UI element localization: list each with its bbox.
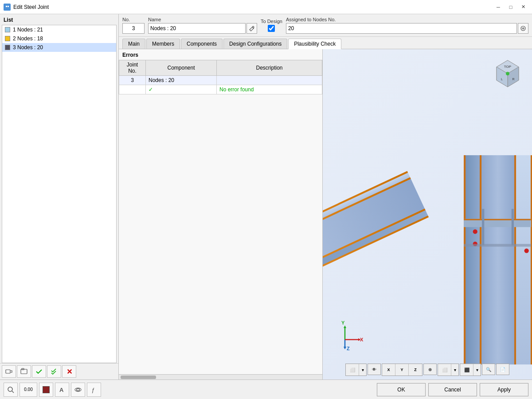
no-label: No. — [122, 17, 145, 22]
assigned-input-row — [286, 23, 528, 34]
view-dropdown-btn[interactable]: ▾ — [451, 364, 458, 376]
close-button[interactable]: ✕ — [518, 3, 528, 12]
cube-btn[interactable]: ⬛ — [460, 364, 473, 376]
delete-button[interactable]: ✕ — [62, 365, 76, 378]
dialog-main: List 1 Nodes : 21 2 Nodes : 18 3 Nodes :… — [0, 14, 532, 399]
cell-joint-no-1: 3 — [119, 76, 146, 85]
apply-button[interactable]: Apply — [480, 383, 528, 396]
x-axis-btn[interactable]: X — [382, 364, 395, 376]
cell-desc-1 — [217, 76, 322, 85]
list-item-label-1: 1 Nodes : 21 — [13, 27, 43, 33]
axis-group: X Y Z — [382, 364, 422, 376]
no-field-group: No. — [122, 17, 145, 34]
svg-rect-25 — [482, 209, 484, 245]
cube-dropdown-btn[interactable]: ▾ — [473, 364, 481, 376]
to-design-checkbox[interactable] — [268, 25, 275, 32]
list-item-label-3: 3 Nodes : 20 — [13, 44, 43, 51]
color-indicator-btn[interactable] — [39, 383, 53, 397]
render-btn[interactable]: ⬜ — [346, 364, 359, 376]
no-input[interactable] — [122, 23, 145, 34]
cell-desc-2: No error found — [217, 85, 322, 94]
cancel-button[interactable]: Cancel — [428, 383, 477, 396]
errors-data-table: Joint No. Component Description 3 Nodes … — [119, 60, 322, 94]
viewport[interactable]: Z Y X — [323, 49, 532, 379]
svg-rect-19 — [464, 155, 466, 364]
assigned-select-button[interactable] — [518, 23, 528, 34]
svg-point-29 — [524, 248, 529, 253]
svg-text:ƒ: ƒ — [91, 387, 94, 393]
tab-design-configurations[interactable]: Design Configurations — [223, 39, 287, 49]
dialog-buttons: OK Cancel Apply — [377, 383, 528, 396]
validate-button[interactable] — [32, 365, 46, 378]
axis-indicator: Z Y X — [332, 317, 367, 353]
visibility-btn[interactable]: 👁 — [368, 364, 381, 375]
tab-members[interactable]: Members — [146, 39, 180, 49]
list-color-2 — [5, 36, 10, 41]
table-row: 3 Nodes : 20 — [119, 76, 322, 85]
open-file-button[interactable] — [17, 365, 31, 378]
cube-nav-svg: TOP R L — [492, 58, 523, 89]
no-error-text: No error found — [219, 86, 254, 93]
search-bottom-btn[interactable] — [4, 383, 18, 397]
scroll-thumb[interactable] — [121, 376, 156, 379]
text-style-btn[interactable]: A — [55, 383, 69, 397]
tabs-row: Main Members Components Design Configura… — [119, 37, 532, 49]
validate2-button[interactable] — [47, 365, 61, 378]
cube-navigator[interactable]: TOP R L — [492, 58, 523, 89]
svg-rect-24 — [464, 219, 531, 220]
svg-rect-17 — [464, 155, 480, 364]
list-item-2[interactable]: 2 Nodes : 18 — [2, 34, 116, 43]
assigned-label: Assigned to Nodes No. — [286, 17, 528, 22]
tab-main[interactable]: Main — [122, 39, 145, 49]
svg-text:A: A — [59, 387, 64, 393]
tab-content: Errors Joint No. Component Description — [119, 49, 532, 379]
right-panel: No. Name — [119, 14, 532, 379]
list-item-label-2: 2 Nodes : 18 — [13, 35, 43, 42]
list-item[interactable]: 1 Nodes : 21 — [2, 25, 116, 34]
z-axis-btn[interactable]: Z — [409, 364, 422, 376]
bottom-toolbar: 0.00 A ƒ OK Cancel Apply — [0, 379, 532, 399]
decimal-btn[interactable]: 0.00 — [20, 383, 37, 397]
cell-component-2: ✓ — [146, 85, 217, 94]
tab-components[interactable]: Components — [181, 39, 223, 49]
assigned-group: Assigned to Nodes No. — [286, 17, 528, 34]
ok-button[interactable]: OK — [377, 383, 426, 396]
view-options-btn[interactable] — [71, 383, 85, 397]
svg-rect-18 — [516, 155, 532, 364]
window-title: Edit Steel Joint — [13, 4, 493, 10]
title-bar: Edit Steel Joint ─ □ ✕ — [0, 0, 532, 14]
fit-view-btn[interactable]: ⊕ — [423, 364, 437, 375]
render-dropdown-btn[interactable]: ▾ — [359, 364, 366, 376]
maximize-button[interactable]: □ — [505, 3, 516, 12]
svg-text:TOP: TOP — [504, 65, 511, 69]
svg-point-27 — [473, 229, 477, 234]
svg-rect-26 — [512, 209, 514, 245]
formula-btn[interactable]: ƒ — [87, 383, 101, 397]
name-input[interactable] — [148, 23, 246, 34]
cube-group: ⬛ ▾ — [460, 364, 481, 376]
svg-rect-3 — [6, 370, 10, 373]
list-header: List — [0, 14, 118, 25]
svg-rect-1 — [6, 6, 7, 7]
svg-marker-32 — [344, 347, 346, 349]
col-component: Component — [146, 60, 217, 76]
list-color-3 — [5, 45, 10, 50]
app-icon — [4, 4, 11, 11]
add-joint-button[interactable] — [2, 365, 16, 378]
minimize-button[interactable]: ─ — [493, 3, 504, 12]
list-toolbar: ✕ — [0, 363, 118, 379]
list-content: 1 Nodes : 21 2 Nodes : 18 3 Nodes : 20 — [2, 25, 117, 363]
tab-plausibility-check[interactable]: Plausibility Check — [288, 39, 341, 49]
view-btn[interactable]: ⬜ — [438, 364, 451, 376]
header-row: No. Name — [119, 14, 532, 37]
list-item-3[interactable]: 3 Nodes : 20 — [2, 43, 116, 52]
svg-rect-2 — [8, 6, 9, 7]
assigned-input[interactable] — [286, 23, 517, 34]
name-edit-button[interactable] — [246, 23, 257, 34]
report-viewport-btn[interactable]: 📄 — [496, 364, 509, 375]
dialog-body: List 1 Nodes : 21 2 Nodes : 18 3 Nodes :… — [0, 14, 532, 379]
cell-component-1: Nodes : 20 — [146, 76, 217, 85]
render-group: ⬜ ▾ — [345, 364, 367, 376]
zoom-btn[interactable]: 🔍 — [482, 364, 495, 375]
y-axis-btn[interactable]: Y — [395, 364, 409, 376]
